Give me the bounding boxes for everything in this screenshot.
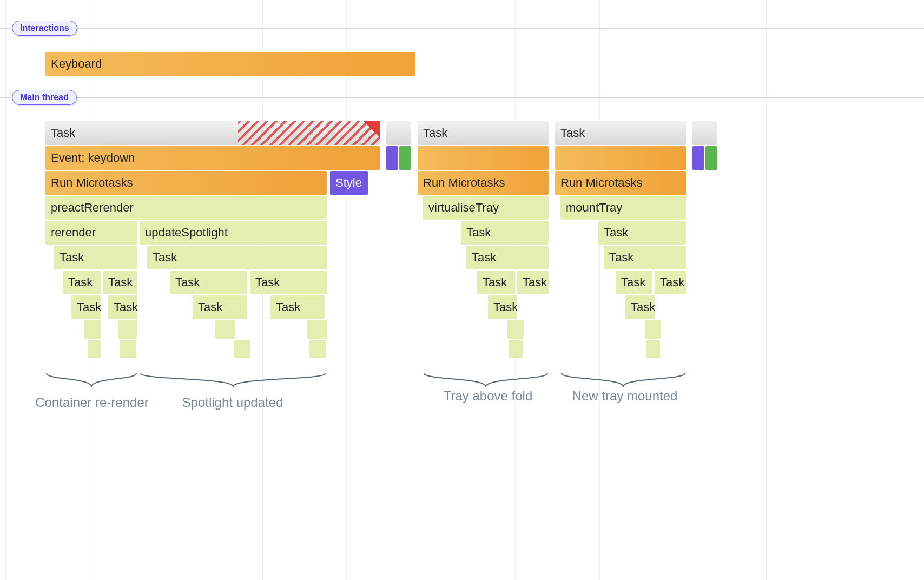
gridline xyxy=(5,0,6,580)
fn-bar[interactable]: Task xyxy=(103,271,137,294)
task-bar[interactable]: Task xyxy=(418,121,549,145)
fn-bar[interactable]: Task xyxy=(250,271,327,294)
task-bar[interactable]: Task xyxy=(555,121,686,145)
fn-bar[interactable]: mountTray xyxy=(560,196,686,220)
brace-icon xyxy=(423,372,549,387)
fn-bar[interactable]: Task xyxy=(170,271,247,294)
fn-bar[interactable] xyxy=(215,320,235,339)
fn-bar[interactable]: Task xyxy=(477,271,515,294)
annotation-label: Spotlight updated xyxy=(162,395,303,410)
fn-bar[interactable]: Task xyxy=(108,295,137,319)
fn-bar[interactable]: Task xyxy=(63,271,101,294)
microtasks-bar[interactable]: Run Microtasks xyxy=(555,171,686,195)
fn-bar[interactable] xyxy=(307,320,327,339)
annotation-label: Tray above fold xyxy=(434,388,542,404)
gridline xyxy=(766,0,767,580)
task-bar[interactable]: Task xyxy=(45,121,380,145)
gridline xyxy=(599,0,600,580)
fn-bar[interactable]: virtualiseTray xyxy=(423,196,549,220)
fn-bar[interactable] xyxy=(88,340,101,358)
annotation-label: New tray mounted xyxy=(563,388,687,404)
timeline-canvas[interactable]: Interactions Main thread Keyboard Task T… xyxy=(0,0,924,580)
fn-bar[interactable]: preactRerender xyxy=(45,196,327,220)
brace-icon xyxy=(45,372,137,387)
fn-bar[interactable]: Task xyxy=(598,221,686,245)
track-divider xyxy=(0,28,924,29)
fn-bar[interactable] xyxy=(118,320,137,339)
fn-bar[interactable]: Task xyxy=(625,295,655,319)
gridline xyxy=(515,0,516,580)
fn-bar[interactable]: Task xyxy=(466,246,549,269)
track-pill-main-thread[interactable]: Main thread xyxy=(12,90,77,105)
track-pill-interactions[interactable]: Interactions xyxy=(12,21,77,36)
fn-bar[interactable]: Task xyxy=(517,271,549,294)
style-marker[interactable] xyxy=(692,146,704,170)
fn-bar[interactable]: Task xyxy=(655,271,686,294)
fn-bar[interactable] xyxy=(84,320,101,339)
gridline xyxy=(346,0,347,580)
interaction-bar[interactable]: Keyboard xyxy=(45,52,415,76)
style-marker[interactable] xyxy=(386,146,398,170)
fn-bar[interactable] xyxy=(646,340,660,358)
fn-bar[interactable] xyxy=(234,340,250,358)
microtasks-bar[interactable]: Run Microtasks xyxy=(418,171,549,195)
fn-bar[interactable] xyxy=(309,340,326,358)
task-bar-small[interactable] xyxy=(692,121,717,145)
fn-bar[interactable] xyxy=(509,340,523,358)
fn-bar[interactable]: Task xyxy=(604,246,686,269)
fn-bar[interactable]: Task xyxy=(193,295,247,319)
event-bar[interactable]: Event: keydown xyxy=(45,146,380,170)
microtasks-bar[interactable]: Run Microtasks xyxy=(45,171,327,195)
brace-icon xyxy=(560,372,686,387)
fn-bar[interactable]: Task xyxy=(147,246,327,269)
layout-marker[interactable] xyxy=(705,146,717,170)
event-bar[interactable] xyxy=(418,146,549,170)
annotation-label: Container re-render xyxy=(32,395,151,410)
long-task-corner xyxy=(364,121,380,137)
fn-bar[interactable]: Task xyxy=(616,271,652,294)
event-bar[interactable] xyxy=(555,146,686,170)
fn-bar[interactable]: updateSpotlight xyxy=(140,221,327,245)
task-bar-small[interactable] xyxy=(386,121,411,145)
fn-bar[interactable]: rerender xyxy=(45,221,137,245)
fn-bar[interactable]: Task xyxy=(54,246,137,269)
track-divider xyxy=(0,97,924,98)
fn-bar[interactable]: Task xyxy=(71,295,101,319)
fn-bar[interactable]: Task xyxy=(270,295,325,319)
fn-bar[interactable]: Task xyxy=(461,221,549,245)
style-bar[interactable]: Style xyxy=(330,171,368,195)
layout-marker[interactable] xyxy=(399,146,411,170)
fn-bar[interactable] xyxy=(645,320,661,339)
fn-bar[interactable]: Task xyxy=(488,295,517,319)
fn-bar[interactable] xyxy=(120,340,136,358)
brace-icon xyxy=(140,372,327,387)
fn-bar[interactable] xyxy=(507,320,524,339)
